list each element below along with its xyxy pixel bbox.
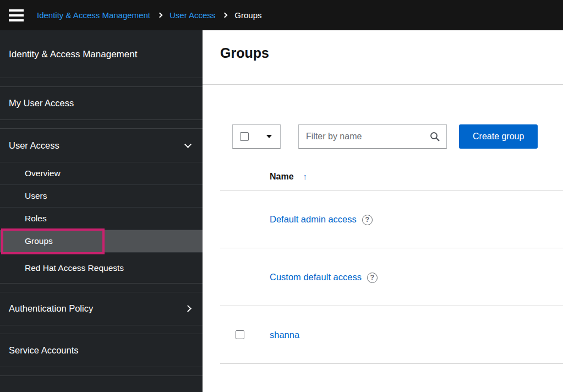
filter-input[interactable] <box>298 124 447 149</box>
table-row: Custom default access ? <box>220 248 563 306</box>
breadcrumb-separator-icon <box>157 13 163 18</box>
sidebar-item-user-access[interactable]: User Access <box>0 129 203 162</box>
breadcrumb-separator-icon <box>222 13 228 18</box>
breadcrumb-item-user-access[interactable]: User Access <box>170 10 215 20</box>
checkbox-cell <box>231 330 256 339</box>
annotation-highlight <box>1 228 105 254</box>
sidebar-item-label: Groups <box>25 236 53 246</box>
sidebar-item-overview[interactable]: Overview <box>0 162 203 184</box>
nav-toggle-button[interactable] <box>9 8 24 23</box>
sidebar-item-label: Roles <box>25 214 47 224</box>
bulk-select-dropdown[interactable] <box>232 124 281 149</box>
caret-down-icon[interactable] <box>266 135 272 138</box>
search-icon <box>430 132 440 142</box>
filter-field <box>298 124 447 149</box>
sidebar-item-label: Users <box>25 191 47 201</box>
help-icon[interactable]: ? <box>367 273 378 283</box>
sidebar-item-service-accounts[interactable]: Service Accounts <box>0 334 203 367</box>
sidebar-title: Identity & Access Management <box>0 30 203 78</box>
bulk-select-checkbox[interactable] <box>240 132 249 141</box>
sidebar: Identity & Access Management My User Acc… <box>0 30 203 392</box>
sidebar-item-authentication-policy[interactable]: Authentication Policy <box>0 292 203 325</box>
table-row: Default admin access ? <box>220 190 563 248</box>
sidebar-item-label: Service Accounts <box>9 345 79 356</box>
sidebar-item-label: My User Access <box>9 98 74 108</box>
name-cell: Custom default access ? <box>270 272 563 282</box>
sidebar-section-gap <box>0 367 203 376</box>
groups-section: Create group Name ↑ Default admin access… <box>203 124 563 364</box>
sidebar-item-groups[interactable]: Groups <box>0 230 203 252</box>
page-header: Groups <box>203 30 563 61</box>
chevron-down-icon <box>184 141 192 148</box>
sidebar-item-label: Red Hat Access Requests <box>25 263 124 273</box>
sort-ascending-icon: ↑ <box>303 172 308 181</box>
sidebar-item-red-hat-access-requests[interactable]: Red Hat Access Requests <box>0 252 203 283</box>
groups-table: Name ↑ Default admin access ? Custom def… <box>220 163 563 364</box>
table-row: shanna <box>220 306 563 364</box>
sidebar-item-label: User Access <box>9 140 59 151</box>
sidebar-section-gap <box>0 78 203 87</box>
breadcrumb-item-groups: Groups <box>234 10 261 20</box>
chevron-right-icon <box>184 305 192 312</box>
menu-icon <box>9 8 24 23</box>
toolbar: Create group <box>232 124 563 149</box>
masthead: Identity & Access Management User Access… <box>0 0 563 30</box>
header-divider <box>203 84 563 85</box>
sidebar-item-roles[interactable]: Roles <box>0 207 203 230</box>
sidebar-section-gap <box>0 325 203 334</box>
sidebar-item-label: Authentication Policy <box>9 303 93 314</box>
breadcrumb: Identity & Access Management User Access… <box>37 10 262 20</box>
group-link-default-admin-access[interactable]: Default admin access <box>270 214 357 225</box>
name-header-cell: Name ↑ <box>270 172 563 182</box>
sidebar-section-gap <box>0 120 203 129</box>
main-content: Groups Create group <box>203 30 563 392</box>
name-cell: Default admin access ? <box>270 214 563 225</box>
create-group-button[interactable]: Create group <box>459 124 538 149</box>
sidebar-section-gap <box>0 284 203 292</box>
user-access-subnav: Overview Users Roles Groups Red Hat Acce… <box>0 162 203 284</box>
table-header-row: Name ↑ <box>220 163 563 190</box>
page-title: Groups <box>220 45 545 61</box>
breadcrumb-item-identity-access-management[interactable]: Identity & Access Management <box>37 10 150 20</box>
group-link-custom-default-access[interactable]: Custom default access <box>270 272 362 282</box>
sidebar-item-label: Overview <box>25 168 61 178</box>
sidebar-item-my-user-access[interactable]: My User Access <box>0 87 203 120</box>
group-link-shanna[interactable]: shanna <box>270 330 299 340</box>
help-icon[interactable]: ? <box>362 215 373 225</box>
name-cell: shanna <box>270 330 563 340</box>
row-checkbox[interactable] <box>236 330 244 339</box>
app-layout: Identity & Access Management My User Acc… <box>0 30 563 392</box>
sidebar-item-users[interactable]: Users <box>0 184 203 207</box>
column-header-name[interactable]: Name <box>270 172 294 182</box>
